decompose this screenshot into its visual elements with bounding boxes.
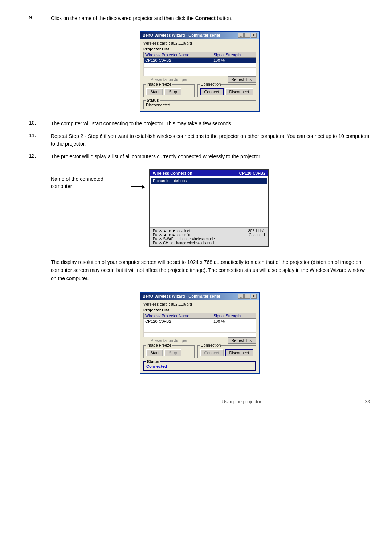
col-name-1: Wireless Projector Name xyxy=(144,52,212,58)
presentation-label-1: Presentation Jumper xyxy=(143,77,188,82)
footer-line1: Press ▲ or ▼ to select xyxy=(153,229,190,233)
wizard-titlebar-1: BenQ Wireless Wizard - Commuter serial _… xyxy=(140,32,259,39)
image-freeze-group-1: Image Freeze Start Stop xyxy=(143,84,195,97)
projector-list-label-2: Projector List xyxy=(143,308,256,312)
wireless-card-2: Wireless card : 802.11a/b/g xyxy=(143,302,256,306)
signal-strength-2: 100 % xyxy=(212,319,256,324)
projector-footer: Press ▲ or ▼ to select 802.11 b/g Press … xyxy=(150,227,268,246)
disconnect-btn-2[interactable]: Disconnect xyxy=(225,349,253,356)
step-number-10: 10. xyxy=(29,120,51,126)
projector-table-1: Wireless Projector Name Signal Strength … xyxy=(143,52,256,76)
start-btn-2[interactable]: Start xyxy=(146,349,163,356)
signal-strength-1: 100 % xyxy=(212,58,256,63)
empty-row-2b xyxy=(144,328,256,333)
figure-section: Name of the connected computer ▶ Wireles… xyxy=(51,166,370,251)
description-text: The display resolution of your computer … xyxy=(51,258,370,282)
start-btn-1[interactable]: Start xyxy=(146,88,163,95)
step-11-text: Repeat Step 2 - Step 6 if you want to es… xyxy=(51,132,370,148)
titlebar-buttons-1[interactable]: _ □ ✕ xyxy=(238,33,257,38)
step-number-9: 9. xyxy=(29,15,51,20)
stop-btn-1[interactable]: Stop xyxy=(164,88,181,95)
footer-right: 33 xyxy=(365,399,370,404)
projector-display-title-right: CP120-C0FB2 xyxy=(239,171,265,175)
projector-display-header: Wireless Connection CP120-C0FB2 xyxy=(150,170,268,176)
col-signal-1: Signal Strength xyxy=(212,52,256,58)
disconnect-btn-1[interactable]: Disconnect xyxy=(225,88,253,95)
connect-btn-1[interactable]: Connect xyxy=(200,88,224,95)
step-12-text: The projector will display a list of all… xyxy=(51,153,261,160)
status-value-1: Disconnected xyxy=(146,102,253,107)
projector-display: Wireless Connection CP120-C0FB2 Richard'… xyxy=(149,169,269,247)
image-freeze-label-2: Image Freeze xyxy=(146,343,172,347)
footer-right1: 802.11 b/g xyxy=(248,229,265,233)
empty-row-1c xyxy=(144,72,256,76)
col-signal-2: Signal Strength xyxy=(212,313,256,319)
status-label-2: Status xyxy=(146,359,160,364)
image-freeze-label-1: Image Freeze xyxy=(146,82,172,86)
computer-label: computer xyxy=(51,183,72,189)
presentation-label-2: Presentation Jumper xyxy=(143,338,188,343)
footer-line2: Press ◄ or ► to confirm xyxy=(153,233,192,237)
step-10-text: The computer will start connecting to th… xyxy=(51,120,233,127)
wizard-window-2: BenQ Wireless Wizard - Commuter serial _… xyxy=(140,292,260,374)
projector-row-1[interactable]: CP120-C0FB2 100 % xyxy=(144,58,256,63)
name-label: Name of the connected xyxy=(51,176,103,182)
connection-label-1: Connection xyxy=(200,82,222,86)
refresh-btn-1[interactable]: Refresh List xyxy=(228,76,256,83)
step-number-11: 11. xyxy=(29,132,51,138)
empty-row-1a xyxy=(144,63,256,68)
close-btn-2[interactable]: ✕ xyxy=(251,294,257,299)
connection-group-1: Connection Connect Disconnect xyxy=(197,84,256,97)
wizard-title-1: BenQ Wireless Wizard - Commuter serial xyxy=(143,33,220,37)
empty-row-2a xyxy=(144,324,256,328)
footer-right2: Channel 1 xyxy=(249,233,265,237)
footer-left: Using the projector xyxy=(222,399,261,404)
empty-row-1b xyxy=(144,68,256,72)
close-btn-1[interactable]: ✕ xyxy=(251,33,257,38)
empty-row-2c xyxy=(144,333,256,337)
step-9-text2: button. xyxy=(216,15,233,21)
status-group-1: Status Disconnected xyxy=(143,100,256,109)
maximize-btn-2[interactable]: □ xyxy=(244,294,250,299)
projector-table-2: Wireless Projector Name Signal Strength … xyxy=(143,313,256,337)
titlebar-buttons-2[interactable]: _ □ ✕ xyxy=(238,294,257,299)
wizard-titlebar-2: BenQ Wireless Wizard - Commuter serial _… xyxy=(140,293,259,300)
maximize-btn-1[interactable]: □ xyxy=(244,33,250,38)
projector-row-2[interactable]: CP120-C0FB2 100 % xyxy=(144,319,256,324)
connect-btn-2[interactable]: Connect xyxy=(200,349,224,356)
status-label-1: Status xyxy=(146,98,160,102)
projector-list-area: Richard's notebook xyxy=(150,176,268,227)
connection-label-2: Connection xyxy=(200,343,222,347)
projector-name-1: CP120-C0FB2 xyxy=(144,58,212,63)
connection-group-2: Connection Connect Disconnect xyxy=(197,345,256,358)
wireless-card-1: Wireless card : 802.11a/b/g xyxy=(143,41,256,45)
minimize-btn-2[interactable]: _ xyxy=(238,294,244,299)
arrow-connector: ▶ xyxy=(131,184,146,189)
projector-list-label-1: Projector List xyxy=(143,47,256,51)
step-9-text: Click on the name of the discovered proj… xyxy=(51,15,232,22)
connect-bold: Connect xyxy=(195,15,216,21)
minimize-btn-1[interactable]: _ xyxy=(238,33,244,38)
step-number-12: 12. xyxy=(29,153,51,159)
stop-btn-2[interactable]: Stop xyxy=(164,349,181,356)
footer-line4: Press CH. to change wireless channel xyxy=(153,241,265,245)
col-name-2: Wireless Projector Name xyxy=(144,313,212,319)
status-value-2: Connected xyxy=(146,363,253,368)
projector-name-2: CP120-C0FB2 xyxy=(144,319,212,324)
footer-line3: Press SWAP to change wireless mode xyxy=(153,237,265,241)
wizard-title-2: BenQ Wireless Wizard - Commuter serial xyxy=(143,294,220,298)
image-freeze-group-2: Image Freeze Start Stop xyxy=(143,345,195,358)
connected-computer-item: Richard's notebook xyxy=(151,178,267,184)
wizard-window-1: BenQ Wireless Wizard - Commuter serial _… xyxy=(140,31,260,112)
status-group-2: Status Connected xyxy=(143,361,256,371)
refresh-btn-2[interactable]: Refresh List xyxy=(228,337,256,344)
projector-display-title-left: Wireless Connection xyxy=(153,171,192,175)
